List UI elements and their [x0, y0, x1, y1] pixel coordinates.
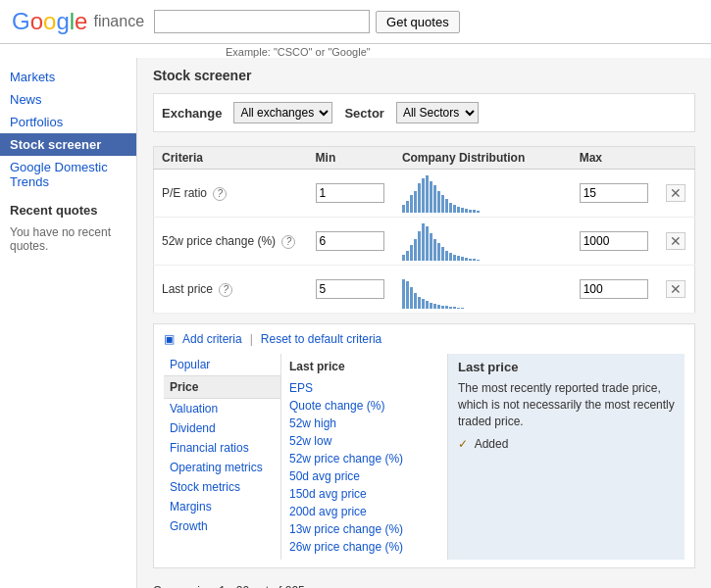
- table-row: P/E ratio ?: [154, 170, 695, 218]
- 52w-max-input[interactable]: [580, 231, 648, 251]
- cat-popular[interactable]: Popular: [164, 354, 280, 375]
- item-52w-low[interactable]: 52w low: [289, 432, 439, 450]
- sector-label: Sector: [344, 106, 383, 121]
- detail-title: Last price: [458, 360, 675, 374]
- item-200d-avg-price[interactable]: 200d avg price: [289, 503, 439, 520]
- items-header: Last price: [289, 358, 439, 379]
- dist-chart-1: [402, 221, 559, 261]
- remove-pe-button[interactable]: ✕: [666, 184, 686, 202]
- item-52w-price-change[interactable]: 52w price change (%): [289, 450, 439, 467]
- sidebar-item-google-domestic-trends[interactable]: Google Domestic Trends: [0, 156, 136, 193]
- dist-col-header: Company Distribution: [394, 147, 572, 170]
- detail-desc: The most recently reported trade price, …: [458, 380, 675, 429]
- cat-growth[interactable]: Growth: [164, 516, 280, 536]
- lastprice-max-input[interactable]: [580, 279, 648, 299]
- item-eps[interactable]: EPS: [289, 379, 439, 397]
- example-text: Example: "CSCO" or "Google": [226, 46, 711, 58]
- cat-operating-metrics[interactable]: Operating metrics: [164, 458, 280, 477]
- sidebar-item-markets[interactable]: Markets: [0, 66, 136, 88]
- recent-quotes-text: You have no recent quotes.: [0, 221, 136, 257]
- collapse-icon[interactable]: ▣: [164, 332, 175, 346]
- cat-financial-ratios[interactable]: Financial ratios: [164, 438, 280, 458]
- criteria-items: Last price EPS Quote change (%) 52w high…: [281, 354, 448, 560]
- item-quote-change[interactable]: Quote change (%): [289, 397, 439, 415]
- add-criteria-header: ▣ Add criteria | Reset to default criter…: [164, 332, 685, 346]
- criteria-name-0: P/E ratio: [162, 186, 207, 200]
- screener-title: Stock screener: [153, 68, 695, 83]
- filter-row: Exchange All exchanges Sector All Sector…: [153, 93, 695, 132]
- cat-margins[interactable]: Margins: [164, 497, 280, 516]
- finance-text: finance: [93, 13, 144, 30]
- reset-link[interactable]: Reset to default criteria: [261, 332, 381, 346]
- add-criteria-section: ▣ Add criteria | Reset to default criter…: [153, 323, 695, 568]
- checkmark-icon: ✓: [458, 437, 468, 451]
- cat-valuation[interactable]: Valuation: [164, 399, 280, 418]
- item-52w-high[interactable]: 52w high: [289, 415, 439, 432]
- item-26w-price-change[interactable]: 26w price change (%): [289, 538, 439, 556]
- add-criteria-link[interactable]: Add criteria: [182, 332, 242, 346]
- help-icon-2[interactable]: ?: [219, 283, 232, 297]
- max-col-header: Max: [572, 147, 658, 170]
- help-icon-1[interactable]: ?: [281, 235, 295, 249]
- criteria-name-2: Last price: [162, 282, 213, 296]
- cat-stock-metrics[interactable]: Stock metrics: [164, 477, 280, 497]
- table-row: Last price ?: [154, 266, 695, 314]
- sidebar-item-portfolios[interactable]: Portfolios: [0, 111, 136, 133]
- min-col-header: Min: [308, 147, 394, 170]
- pe-min-input[interactable]: [316, 183, 384, 203]
- criteria-dropdown: Popular Price Valuation Dividend Financi…: [164, 354, 685, 560]
- added-label: ✓ Added: [458, 437, 675, 451]
- search-input[interactable]: [154, 10, 370, 33]
- criteria-col-header: Criteria: [154, 147, 308, 170]
- sector-select[interactable]: All Sectors: [396, 102, 479, 123]
- help-icon-0[interactable]: ?: [213, 187, 227, 201]
- item-13w-price-change[interactable]: 13w price change (%): [289, 520, 439, 538]
- exchange-label: Exchange: [162, 106, 222, 121]
- criteria-categories: Popular Price Valuation Dividend Financi…: [164, 354, 281, 560]
- dist-chart-0: [402, 173, 559, 213]
- google-logo: Google: [12, 8, 87, 35]
- criteria-detail: Last price The most recently reported tr…: [448, 354, 685, 560]
- criteria-name-1: 52w price change (%): [162, 234, 276, 248]
- pe-max-input[interactable]: [580, 183, 648, 203]
- table-row: 52w price change (%) ?: [154, 218, 695, 266]
- lastprice-min-input[interactable]: [316, 279, 384, 299]
- dist-chart-2: [402, 270, 559, 309]
- item-150d-avg-price[interactable]: 150d avg price: [289, 485, 439, 503]
- get-quotes-button[interactable]: Get quotes: [376, 11, 460, 33]
- sidebar-item-news[interactable]: News: [0, 88, 136, 111]
- cat-dividend[interactable]: Dividend: [164, 418, 280, 438]
- companies-footer: Companies: 1 - 20 out of 825: [153, 578, 695, 588]
- remove-52w-button[interactable]: ✕: [666, 232, 686, 250]
- sidebar-item-stock-screener[interactable]: Stock screener: [0, 133, 136, 156]
- cat-price-header: Price: [164, 375, 280, 399]
- remove-lastprice-button[interactable]: ✕: [666, 280, 686, 298]
- item-50d-avg-price[interactable]: 50d avg price: [289, 467, 439, 485]
- recent-quotes-title: Recent quotes: [0, 193, 136, 221]
- exchange-select[interactable]: All exchanges: [233, 102, 332, 123]
- criteria-table: Criteria Min Company Distribution Max P/…: [153, 146, 695, 314]
- 52w-min-input[interactable]: [316, 231, 384, 251]
